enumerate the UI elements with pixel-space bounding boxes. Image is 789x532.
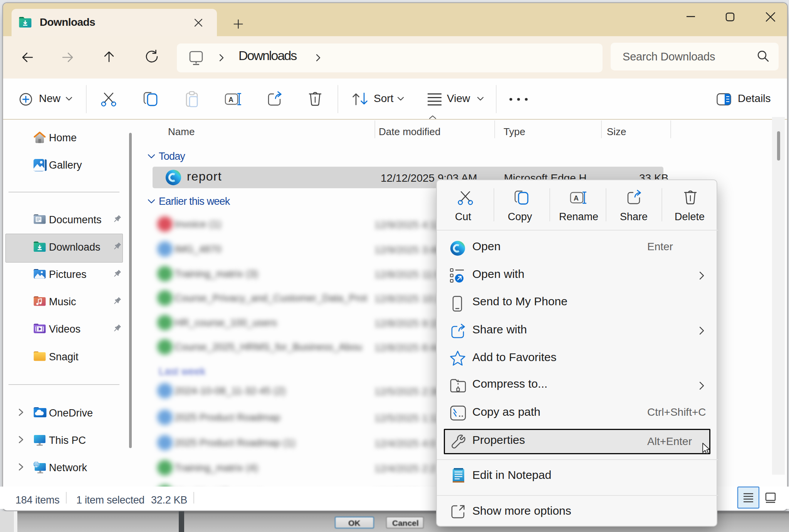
svg-text:A: A [228,96,233,104]
svg-text:A: A [574,194,579,202]
